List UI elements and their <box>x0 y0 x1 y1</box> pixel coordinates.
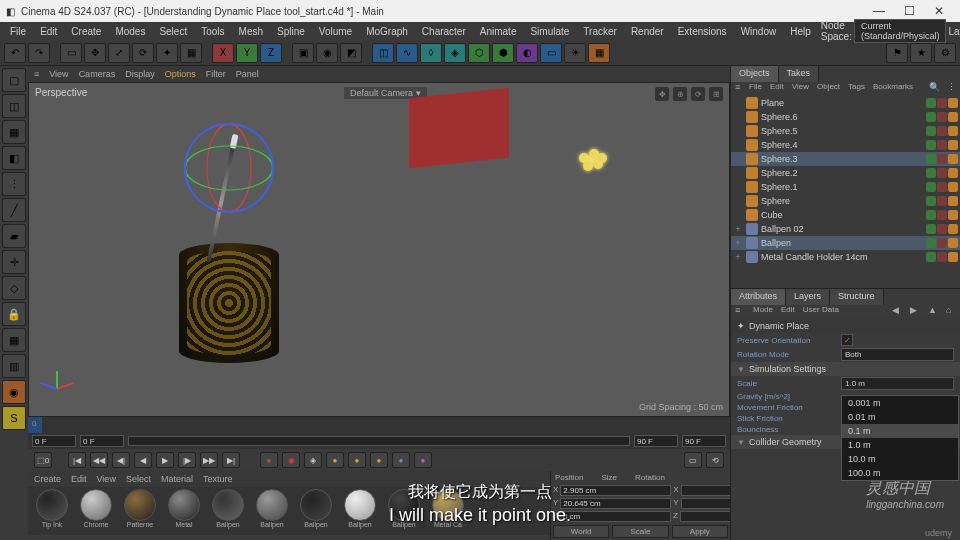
redo-button[interactable]: ↷ <box>28 43 50 63</box>
vp-menu-cameras[interactable]: Cameras <box>79 69 116 79</box>
mat-menu-select[interactable]: Select <box>126 474 151 484</box>
coord-pos-field[interactable] <box>560 485 671 496</box>
menu-file[interactable]: File <box>4 24 32 39</box>
rotate-tool[interactable]: ⟳ <box>132 43 154 63</box>
sim-settings-header[interactable]: Simulation Settings <box>749 364 826 374</box>
snap-grid[interactable]: ▦ <box>2 328 26 352</box>
goto-end-button[interactable]: ▶| <box>222 452 240 468</box>
edge-mode[interactable]: ╱ <box>2 198 26 222</box>
tab-layers[interactable]: Layers <box>786 289 830 305</box>
menu-render[interactable]: Render <box>625 24 670 39</box>
viewport-solo[interactable]: ◇ <box>2 276 26 300</box>
scale-options-dropdown[interactable]: 0.001 m0.01 m0.1 m1.0 m10.0 m100.0 m <box>841 395 959 481</box>
obj-menu-edit[interactable]: Edit <box>770 82 784 96</box>
obj-menu-file[interactable]: File <box>749 82 762 96</box>
menu-mograph[interactable]: MoGraph <box>360 24 414 39</box>
record-button[interactable]: ● <box>260 452 278 468</box>
search-icon[interactable]: 🔍 <box>929 82 939 96</box>
add-generator2-button[interactable]: ◈ <box>444 43 466 63</box>
loop-button[interactable]: ⟲ <box>706 452 724 468</box>
coord-pos-field[interactable] <box>560 511 671 522</box>
menu-simulate[interactable]: Simulate <box>524 24 575 39</box>
key-scale-button[interactable]: ● <box>348 452 366 468</box>
material-swatch[interactable]: Patterne <box>120 489 160 533</box>
menu-volume[interactable]: Volume <box>313 24 358 39</box>
autokey-button[interactable]: ◉ <box>282 452 300 468</box>
mat-menu-texture[interactable]: Texture <box>203 474 233 484</box>
menu-modes[interactable]: Modes <box>109 24 151 39</box>
obj-menu-bookmarks[interactable]: Bookmarks <box>873 82 913 96</box>
vp-menu-display[interactable]: Display <box>125 69 155 79</box>
preserve-checkbox[interactable]: ✓ <box>841 334 853 346</box>
settings-button[interactable]: ⚙ <box>934 43 956 63</box>
menu-window[interactable]: Window <box>735 24 783 39</box>
point-mode[interactable]: ⋮ <box>2 172 26 196</box>
tab-structure[interactable]: Structure <box>830 289 884 305</box>
undo-button[interactable]: ↶ <box>4 43 26 63</box>
scale-option[interactable]: 1.0 m <box>842 438 958 452</box>
object-row[interactable]: Sphere.1 <box>731 180 960 194</box>
coord-scale-button[interactable]: Scale <box>612 525 668 538</box>
scale-option[interactable]: 0.1 m <box>842 424 958 438</box>
place-tool[interactable]: ✦ <box>156 43 178 63</box>
vp-menu-options[interactable]: Options <box>165 69 196 79</box>
timeline-scrollbar[interactable] <box>128 436 630 446</box>
minimize-button[interactable]: — <box>864 4 894 18</box>
next-key-button[interactable]: ▶▶ <box>200 452 218 468</box>
attr-home-icon[interactable]: ⌂ <box>946 305 956 319</box>
attr-up-icon[interactable]: ▲ <box>928 305 938 319</box>
menu-edit[interactable]: Edit <box>34 24 63 39</box>
timeline-ruler[interactable]: 0 <box>28 417 730 433</box>
texture-mode[interactable]: ▦ <box>2 120 26 144</box>
snap-toggle[interactable]: 🔒 <box>2 302 26 326</box>
material-swatch[interactable]: Tip Ink <box>32 489 72 533</box>
model-mode[interactable]: ▢ <box>2 68 26 92</box>
object-row[interactable]: +Ballpen 02 <box>731 222 960 236</box>
x-axis-toggle[interactable]: X <box>212 43 234 63</box>
frame-range-field[interactable] <box>682 435 726 447</box>
key-pla-button[interactable]: ● <box>414 452 432 468</box>
coord-pos-field[interactable] <box>560 498 671 509</box>
add-deformer-button[interactable]: ⬢ <box>492 43 514 63</box>
obj-menu-object[interactable]: Object <box>817 82 840 96</box>
prev-frame-button[interactable]: ◀| <box>112 452 130 468</box>
bookmark-button[interactable]: ★ <box>910 43 932 63</box>
object-row[interactable]: Sphere.2 <box>731 166 960 180</box>
object-row[interactable]: Sphere.5 <box>731 124 960 138</box>
menu-character[interactable]: Character <box>416 24 472 39</box>
close-button[interactable]: ✕ <box>924 4 954 18</box>
add-light-button[interactable]: ☀ <box>564 43 586 63</box>
attr-menu-edit[interactable]: Edit <box>781 305 795 319</box>
poly-mode[interactable]: ▰ <box>2 224 26 248</box>
mat-menu-edit[interactable]: Edit <box>71 474 87 484</box>
recent-tool[interactable]: ▦ <box>180 43 202 63</box>
menu-animate[interactable]: Animate <box>474 24 523 39</box>
scale-option[interactable]: 100.0 m <box>842 466 958 480</box>
asset-tool[interactable]: S <box>2 406 26 430</box>
viewport[interactable]: Perspective Default Camera ▾ Grid Spacin… <box>28 82 730 417</box>
material-swatch[interactable]: Ballpen <box>208 489 248 533</box>
menu-select[interactable]: Select <box>153 24 193 39</box>
object-row[interactable]: +Ballpen <box>731 236 960 250</box>
object-row[interactable]: Sphere.4 <box>731 138 960 152</box>
vp-menu-view[interactable]: View <box>49 69 68 79</box>
material-swatch[interactable]: Ballpen <box>340 489 380 533</box>
obj-menu-tags[interactable]: Tags <box>848 82 865 96</box>
maximize-button[interactable]: ☐ <box>894 4 924 18</box>
play-mode-button[interactable]: ▭ <box>684 452 702 468</box>
asset-browser-button[interactable]: ▦ <box>588 43 610 63</box>
y-axis-toggle[interactable]: Y <box>236 43 258 63</box>
tab-takes[interactable]: Takes <box>779 66 820 82</box>
obj-tool-icon[interactable]: ≡ <box>735 82 741 96</box>
workplane-mode[interactable]: ◧ <box>2 146 26 170</box>
menu-help[interactable]: Help <box>784 24 817 39</box>
frame-current-field[interactable] <box>80 435 124 447</box>
scale-tool[interactable]: ⤢ <box>108 43 130 63</box>
rotation-gizmo[interactable] <box>184 123 274 213</box>
key-pos-button[interactable]: ● <box>326 452 344 468</box>
object-row[interactable]: Sphere.3 <box>731 152 960 166</box>
attr-menu-userdata[interactable]: User Data <box>803 305 839 319</box>
attr-menu-mode[interactable]: Mode <box>753 305 773 319</box>
frame-display[interactable]: ⬚0 <box>34 452 52 468</box>
object-row[interactable]: Cube <box>731 208 960 222</box>
